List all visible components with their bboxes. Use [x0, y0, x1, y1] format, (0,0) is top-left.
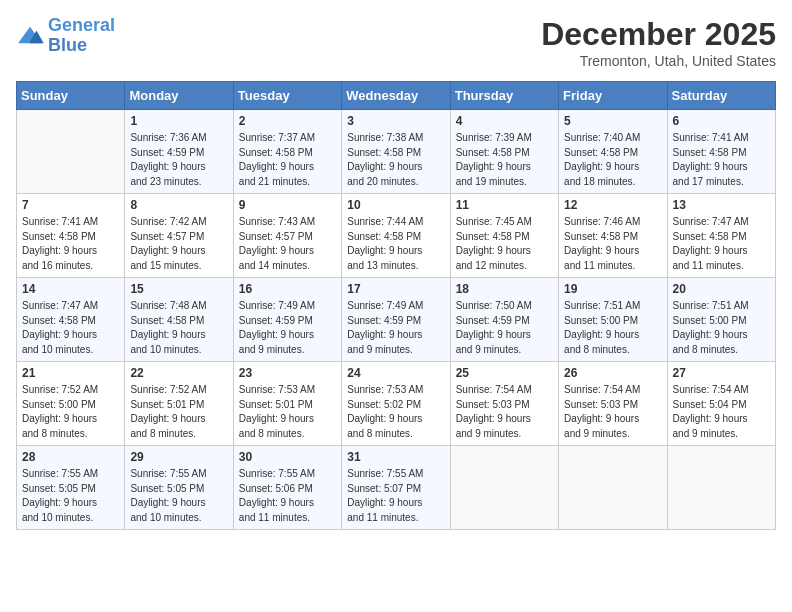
day-info: Sunrise: 7:50 AMSunset: 4:59 PMDaylight:… [456, 299, 553, 357]
calendar-day-cell: 7Sunrise: 7:41 AMSunset: 4:58 PMDaylight… [17, 194, 125, 278]
weekday-header-cell: Tuesday [233, 82, 341, 110]
day-info: Sunrise: 7:54 AMSunset: 5:03 PMDaylight:… [564, 383, 661, 441]
day-number: 14 [22, 282, 119, 296]
logo-icon [16, 25, 44, 47]
day-number: 3 [347, 114, 444, 128]
calendar-day-cell: 18Sunrise: 7:50 AMSunset: 4:59 PMDayligh… [450, 278, 558, 362]
calendar-day-cell: 12Sunrise: 7:46 AMSunset: 4:58 PMDayligh… [559, 194, 667, 278]
day-number: 31 [347, 450, 444, 464]
day-number: 13 [673, 198, 770, 212]
calendar-day-cell: 1Sunrise: 7:36 AMSunset: 4:59 PMDaylight… [125, 110, 233, 194]
calendar-day-cell: 9Sunrise: 7:43 AMSunset: 4:57 PMDaylight… [233, 194, 341, 278]
calendar-week-row: 7Sunrise: 7:41 AMSunset: 4:58 PMDaylight… [17, 194, 776, 278]
day-number: 21 [22, 366, 119, 380]
weekday-header-row: SundayMondayTuesdayWednesdayThursdayFrid… [17, 82, 776, 110]
calendar-day-cell: 26Sunrise: 7:54 AMSunset: 5:03 PMDayligh… [559, 362, 667, 446]
calendar-day-cell: 3Sunrise: 7:38 AMSunset: 4:58 PMDaylight… [342, 110, 450, 194]
day-info: Sunrise: 7:47 AMSunset: 4:58 PMDaylight:… [22, 299, 119, 357]
day-info: Sunrise: 7:55 AMSunset: 5:07 PMDaylight:… [347, 467, 444, 525]
logo-line1: General [48, 15, 115, 35]
day-info: Sunrise: 7:36 AMSunset: 4:59 PMDaylight:… [130, 131, 227, 189]
calendar-day-cell [450, 446, 558, 530]
day-info: Sunrise: 7:53 AMSunset: 5:01 PMDaylight:… [239, 383, 336, 441]
day-number: 18 [456, 282, 553, 296]
day-info: Sunrise: 7:51 AMSunset: 5:00 PMDaylight:… [673, 299, 770, 357]
day-number: 1 [130, 114, 227, 128]
calendar-day-cell: 17Sunrise: 7:49 AMSunset: 4:59 PMDayligh… [342, 278, 450, 362]
day-number: 26 [564, 366, 661, 380]
day-info: Sunrise: 7:41 AMSunset: 4:58 PMDaylight:… [22, 215, 119, 273]
day-info: Sunrise: 7:54 AMSunset: 5:03 PMDaylight:… [456, 383, 553, 441]
day-number: 25 [456, 366, 553, 380]
calendar-day-cell: 11Sunrise: 7:45 AMSunset: 4:58 PMDayligh… [450, 194, 558, 278]
day-info: Sunrise: 7:52 AMSunset: 5:00 PMDaylight:… [22, 383, 119, 441]
calendar-day-cell [559, 446, 667, 530]
day-number: 2 [239, 114, 336, 128]
day-info: Sunrise: 7:55 AMSunset: 5:05 PMDaylight:… [22, 467, 119, 525]
calendar-day-cell: 5Sunrise: 7:40 AMSunset: 4:58 PMDaylight… [559, 110, 667, 194]
day-info: Sunrise: 7:43 AMSunset: 4:57 PMDaylight:… [239, 215, 336, 273]
day-number: 19 [564, 282, 661, 296]
day-number: 10 [347, 198, 444, 212]
calendar-day-cell: 2Sunrise: 7:37 AMSunset: 4:58 PMDaylight… [233, 110, 341, 194]
calendar-day-cell: 25Sunrise: 7:54 AMSunset: 5:03 PMDayligh… [450, 362, 558, 446]
day-number: 6 [673, 114, 770, 128]
day-info: Sunrise: 7:52 AMSunset: 5:01 PMDaylight:… [130, 383, 227, 441]
day-number: 8 [130, 198, 227, 212]
calendar-day-cell: 13Sunrise: 7:47 AMSunset: 4:58 PMDayligh… [667, 194, 775, 278]
calendar-week-row: 1Sunrise: 7:36 AMSunset: 4:59 PMDaylight… [17, 110, 776, 194]
day-info: Sunrise: 7:54 AMSunset: 5:04 PMDaylight:… [673, 383, 770, 441]
page-header: General Blue December 2025 Tremonton, Ut… [16, 16, 776, 69]
day-number: 9 [239, 198, 336, 212]
day-info: Sunrise: 7:39 AMSunset: 4:58 PMDaylight:… [456, 131, 553, 189]
day-info: Sunrise: 7:47 AMSunset: 4:58 PMDaylight:… [673, 215, 770, 273]
day-info: Sunrise: 7:51 AMSunset: 5:00 PMDaylight:… [564, 299, 661, 357]
day-number: 23 [239, 366, 336, 380]
day-number: 16 [239, 282, 336, 296]
calendar-day-cell: 22Sunrise: 7:52 AMSunset: 5:01 PMDayligh… [125, 362, 233, 446]
calendar-table: SundayMondayTuesdayWednesdayThursdayFrid… [16, 81, 776, 530]
calendar-day-cell: 4Sunrise: 7:39 AMSunset: 4:58 PMDaylight… [450, 110, 558, 194]
day-number: 11 [456, 198, 553, 212]
day-number: 24 [347, 366, 444, 380]
title-block: December 2025 Tremonton, Utah, United St… [541, 16, 776, 69]
calendar-day-cell: 21Sunrise: 7:52 AMSunset: 5:00 PMDayligh… [17, 362, 125, 446]
calendar-day-cell: 28Sunrise: 7:55 AMSunset: 5:05 PMDayligh… [17, 446, 125, 530]
day-info: Sunrise: 7:55 AMSunset: 5:06 PMDaylight:… [239, 467, 336, 525]
calendar-week-row: 28Sunrise: 7:55 AMSunset: 5:05 PMDayligh… [17, 446, 776, 530]
calendar-day-cell: 8Sunrise: 7:42 AMSunset: 4:57 PMDaylight… [125, 194, 233, 278]
day-info: Sunrise: 7:41 AMSunset: 4:58 PMDaylight:… [673, 131, 770, 189]
day-number: 27 [673, 366, 770, 380]
day-number: 17 [347, 282, 444, 296]
weekday-header-cell: Monday [125, 82, 233, 110]
calendar-week-row: 21Sunrise: 7:52 AMSunset: 5:00 PMDayligh… [17, 362, 776, 446]
calendar-day-cell: 14Sunrise: 7:47 AMSunset: 4:58 PMDayligh… [17, 278, 125, 362]
weekday-header-cell: Saturday [667, 82, 775, 110]
calendar-day-cell: 15Sunrise: 7:48 AMSunset: 4:58 PMDayligh… [125, 278, 233, 362]
calendar-day-cell: 19Sunrise: 7:51 AMSunset: 5:00 PMDayligh… [559, 278, 667, 362]
calendar-day-cell: 31Sunrise: 7:55 AMSunset: 5:07 PMDayligh… [342, 446, 450, 530]
calendar-day-cell: 10Sunrise: 7:44 AMSunset: 4:58 PMDayligh… [342, 194, 450, 278]
calendar-day-cell: 27Sunrise: 7:54 AMSunset: 5:04 PMDayligh… [667, 362, 775, 446]
day-info: Sunrise: 7:37 AMSunset: 4:58 PMDaylight:… [239, 131, 336, 189]
day-info: Sunrise: 7:49 AMSunset: 4:59 PMDaylight:… [347, 299, 444, 357]
calendar-day-cell: 30Sunrise: 7:55 AMSunset: 5:06 PMDayligh… [233, 446, 341, 530]
day-info: Sunrise: 7:55 AMSunset: 5:05 PMDaylight:… [130, 467, 227, 525]
weekday-header-cell: Sunday [17, 82, 125, 110]
day-number: 7 [22, 198, 119, 212]
day-info: Sunrise: 7:45 AMSunset: 4:58 PMDaylight:… [456, 215, 553, 273]
logo-line2: Blue [48, 35, 87, 55]
day-info: Sunrise: 7:44 AMSunset: 4:58 PMDaylight:… [347, 215, 444, 273]
day-number: 4 [456, 114, 553, 128]
calendar-week-row: 14Sunrise: 7:47 AMSunset: 4:58 PMDayligh… [17, 278, 776, 362]
day-info: Sunrise: 7:48 AMSunset: 4:58 PMDaylight:… [130, 299, 227, 357]
weekday-header-cell: Wednesday [342, 82, 450, 110]
day-info: Sunrise: 7:46 AMSunset: 4:58 PMDaylight:… [564, 215, 661, 273]
calendar-day-cell [17, 110, 125, 194]
calendar-day-cell [667, 446, 775, 530]
calendar-day-cell: 24Sunrise: 7:53 AMSunset: 5:02 PMDayligh… [342, 362, 450, 446]
day-number: 29 [130, 450, 227, 464]
day-info: Sunrise: 7:49 AMSunset: 4:59 PMDaylight:… [239, 299, 336, 357]
day-number: 15 [130, 282, 227, 296]
logo: General Blue [16, 16, 115, 56]
